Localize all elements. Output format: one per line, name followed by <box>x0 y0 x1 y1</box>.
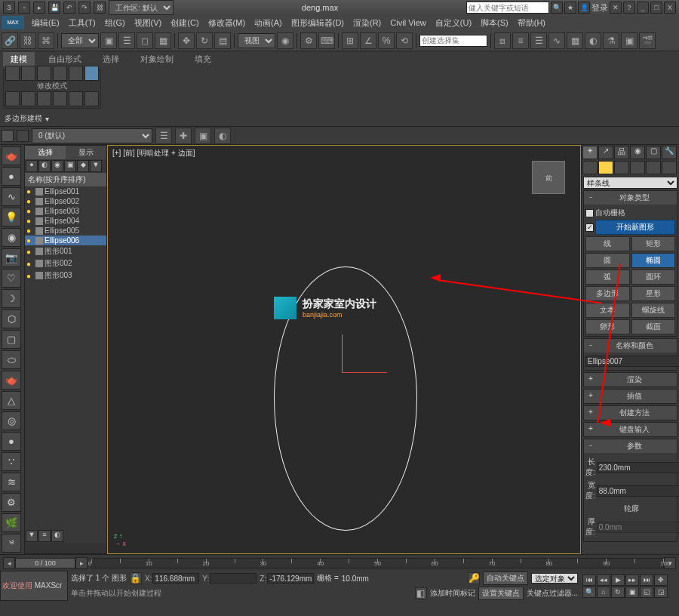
mirror-icon[interactable]: ⧈ <box>494 32 511 49</box>
teapot-icon[interactable]: 🫖 <box>2 146 21 165</box>
rotate-icon[interactable]: ↻ <box>196 32 213 49</box>
layer-tool-icon[interactable]: ☰ <box>155 128 172 144</box>
ribbon-tab[interactable]: 对象绘制 <box>133 52 181 66</box>
nav-orbit-icon[interactable]: ↻ <box>611 587 625 598</box>
percent-snap-icon[interactable]: % <box>378 32 395 49</box>
start-new-shape-button[interactable]: 开始新图形 <box>595 220 675 235</box>
key-icon[interactable]: 🔑 <box>468 572 480 584</box>
outliner-row[interactable]: ●Ellipse006 <box>25 236 106 245</box>
outliner-row[interactable]: ●Ellipse005 <box>25 226 106 236</box>
minimize-button[interactable]: _ <box>637 2 649 14</box>
rollout-collapsed[interactable]: +键盘输入 <box>583 422 677 437</box>
ribbon-tab[interactable]: 自由形式 <box>41 52 89 66</box>
wind-icon[interactable]: ༄ <box>2 534 21 553</box>
outliner-row[interactable]: ●图形001 <box>25 245 106 257</box>
search-icon[interactable]: 🔍 <box>551 2 563 14</box>
thickness-input[interactable] <box>597 522 679 533</box>
visibility-icon[interactable]: ● <box>26 197 34 205</box>
selection-set-input[interactable] <box>419 35 487 47</box>
geometry-icon[interactable] <box>582 161 598 174</box>
render-setup-icon[interactable]: ⚗ <box>603 32 619 49</box>
autogrid-checkbox[interactable] <box>585 209 594 217</box>
prev-frame-icon[interactable]: ◂ <box>3 557 15 569</box>
lock-icon[interactable]: 🔒 <box>130 572 142 584</box>
ribbon-btn[interactable] <box>53 66 67 81</box>
outliner-header[interactable]: 名称(按升序排序) <box>25 173 106 186</box>
ribbon-btn[interactable] <box>5 66 20 81</box>
out-tool-icon[interactable]: ◐ <box>38 160 51 172</box>
helper-heart-icon[interactable]: ♡ <box>2 269 21 288</box>
goto-start-icon[interactable]: ⏮ <box>582 574 596 586</box>
sphere2-icon[interactable]: ● <box>2 432 21 451</box>
torus-icon[interactable]: ◎ <box>2 411 21 430</box>
nav-region-icon[interactable]: ◲ <box>654 587 668 598</box>
workspace-select[interactable]: 工作区: 默认 <box>109 0 174 15</box>
star-icon[interactable]: ★ <box>564 2 576 14</box>
ribbon-btn-active[interactable] <box>84 66 99 81</box>
ribbon-btn[interactable] <box>37 91 51 106</box>
ribbon-btn[interactable] <box>53 91 67 106</box>
systems-icon[interactable] <box>662 161 677 174</box>
box-icon[interactable]: ▢ <box>2 330 21 349</box>
out-tool-icon[interactable]: ◆ <box>77 160 89 172</box>
sphere-icon[interactable]: ● <box>2 167 21 186</box>
helpers-icon[interactable] <box>646 161 661 174</box>
visibility-icon[interactable]: ● <box>26 260 34 268</box>
hair-icon[interactable]: ≋ <box>2 473 21 491</box>
motion-tab-icon[interactable]: ◉ <box>630 146 645 159</box>
ribbon-tab[interactable]: 建模 <box>3 52 35 66</box>
y-coord-input[interactable] <box>210 573 257 584</box>
curve-editor-icon[interactable]: ∿ <box>548 32 565 49</box>
camera-icon[interactable]: 📷 <box>2 248 21 267</box>
close-button[interactable]: X <box>664 2 676 14</box>
outliner-row[interactable]: ●Ellipse001 <box>25 186 106 196</box>
time-ruler[interactable]: 0102030405060708090100 <box>91 558 664 568</box>
ribbon-btn[interactable] <box>69 91 83 106</box>
outliner-row[interactable]: ●图形003 <box>25 270 106 282</box>
menu-item[interactable]: 自定义(U) <box>431 17 476 29</box>
nav-zoom-icon[interactable]: 🔍 <box>582 587 596 598</box>
modify-tab-icon[interactable]: ↗ <box>598 146 613 159</box>
link-icon[interactable]: 🔗 <box>2 32 18 49</box>
nav-pan-icon[interactable]: ✥ <box>654 574 668 586</box>
menu-item[interactable]: Civil View <box>386 17 430 29</box>
out-tool-icon[interactable]: ◉ <box>51 160 63 172</box>
menu-item[interactable]: 图形编辑器(D) <box>287 17 349 29</box>
nav-max-icon[interactable]: ▣ <box>625 587 639 598</box>
time-scrubber[interactable]: 0 / 100 <box>15 558 75 568</box>
moon-icon[interactable]: ☽ <box>2 289 21 308</box>
key-filter-button[interactable]: 关键点过滤器... <box>527 588 578 599</box>
goto-end-icon[interactable]: ⏭ <box>640 574 653 586</box>
lights-icon[interactable] <box>614 161 629 174</box>
key-mode-select[interactable]: 选定对象 <box>531 573 578 584</box>
category-select[interactable]: 样条线 <box>583 177 677 189</box>
tag-icon[interactable]: ◧ <box>415 587 427 599</box>
bulb-icon[interactable]: ◉ <box>2 228 21 247</box>
redo-icon[interactable]: ↷ <box>78 2 91 14</box>
layer-icon[interactable] <box>2 130 14 142</box>
schematic-icon[interactable]: ▦ <box>567 32 583 49</box>
outliner-tab-select[interactable]: 选择 <box>25 146 66 159</box>
layer-hide-icon[interactable]: ◐ <box>214 128 231 144</box>
shapes-icon[interactable] <box>598 161 613 174</box>
cameras-icon[interactable] <box>630 161 645 174</box>
undo-icon[interactable]: ↶ <box>63 2 75 14</box>
login-label[interactable]: 登录 <box>591 2 608 14</box>
maximize-button[interactable]: □ <box>650 2 662 14</box>
angle-snap-icon[interactable]: ∠ <box>360 32 376 49</box>
ribbon-tab[interactable]: 填充 <box>187 52 219 66</box>
out-tool-icon[interactable]: ● <box>26 160 38 172</box>
snap-icon[interactable]: ⊞ <box>342 32 358 49</box>
ref-coord-select[interactable]: 视图 <box>238 33 275 48</box>
outliner-row[interactable]: ●图形002 <box>25 257 106 270</box>
search-input[interactable] <box>466 2 549 14</box>
menu-item[interactable]: 创建(C) <box>166 17 203 29</box>
ribbon-btn[interactable] <box>5 91 20 106</box>
visibility-icon[interactable]: ● <box>26 226 34 235</box>
nav-fov-icon[interactable]: ⌂ <box>597 587 610 598</box>
move-icon[interactable]: ✥ <box>178 32 195 49</box>
x-coord-input[interactable] <box>152 573 199 584</box>
hierarchy-tab-icon[interactable]: 品 <box>614 146 629 159</box>
keyboard-icon[interactable]: ⌨ <box>318 32 335 49</box>
window-crossing-icon[interactable]: ▦ <box>155 32 171 49</box>
